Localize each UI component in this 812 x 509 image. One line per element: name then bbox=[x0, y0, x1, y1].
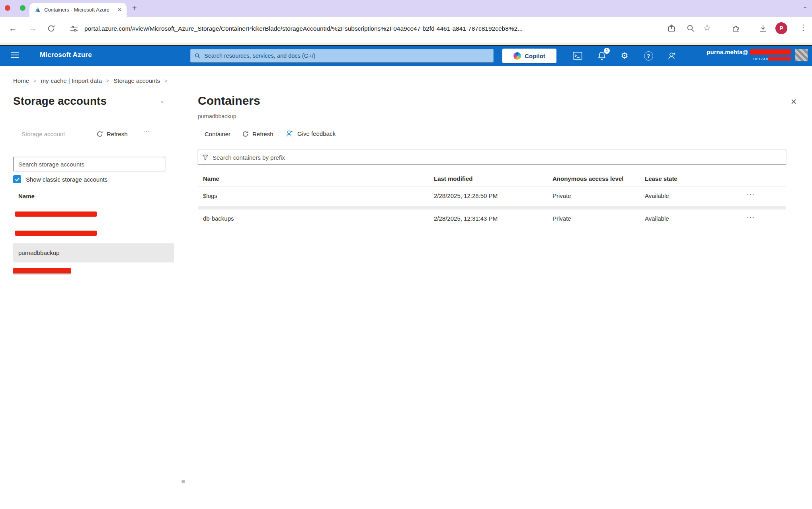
classic-accounts-label: Show classic storage accounts bbox=[26, 176, 107, 183]
storage-list-item-selected[interactable]: purnadbbackup bbox=[13, 243, 174, 262]
redacted-account-name bbox=[15, 231, 97, 236]
copilot-icon bbox=[513, 52, 521, 60]
azure-favicon-icon bbox=[34, 7, 41, 13]
tab-search-chevron-icon[interactable]: ⌄ bbox=[802, 3, 808, 10]
portal-menu-icon[interactable] bbox=[10, 51, 19, 59]
containers-blade-close-icon[interactable]: ✕ bbox=[791, 97, 797, 106]
container-lease-state: Available bbox=[645, 215, 669, 222]
storage-accounts-title: Storage accounts bbox=[13, 95, 107, 108]
bookmark-star-icon[interactable]: ☆ bbox=[703, 23, 711, 32]
back-button[interactable]: ← bbox=[9, 24, 17, 32]
storage-blade-mini-close-icon[interactable]: × bbox=[161, 100, 164, 105]
storage-list-item[interactable] bbox=[13, 205, 174, 224]
downloads-icon[interactable] bbox=[759, 24, 767, 33]
storage-refresh-button[interactable]: Refresh bbox=[96, 131, 128, 137]
breadcrumb-separator: > bbox=[164, 78, 168, 84]
feedback-person-icon bbox=[286, 130, 294, 137]
tab-title: Containers - Microsoft Azure bbox=[44, 7, 114, 13]
storage-name-column-header[interactable]: Name bbox=[18, 193, 35, 200]
traffic-light-close[interactable] bbox=[5, 5, 10, 11]
email-redaction-bar bbox=[750, 49, 791, 55]
breadcrumb-separator: > bbox=[106, 78, 109, 84]
help-icon[interactable]: ? bbox=[643, 51, 654, 61]
lens-search-icon[interactable] bbox=[686, 24, 695, 33]
refresh-icon bbox=[242, 131, 249, 137]
give-feedback-button[interactable]: Give feedback bbox=[286, 130, 336, 137]
container-name: $logs bbox=[203, 192, 217, 199]
row-menu-icon[interactable]: ··· bbox=[747, 214, 755, 221]
browser-tab[interactable]: Containers - Microsoft Azure ✕ bbox=[29, 3, 127, 17]
extensions-icon[interactable] bbox=[732, 24, 740, 33]
reload-button[interactable] bbox=[47, 24, 55, 33]
refresh-icon bbox=[96, 131, 103, 137]
classic-accounts-row[interactable]: Show classic storage accounts bbox=[13, 175, 107, 183]
selected-account-name: purnadbbackup bbox=[18, 249, 59, 256]
containers-search-input[interactable] bbox=[212, 154, 782, 161]
blade-resize-gripper[interactable] bbox=[182, 480, 185, 483]
feedback-icon[interactable] bbox=[667, 51, 677, 61]
traffic-light-zoom[interactable] bbox=[20, 5, 25, 11]
directory-redaction-bar bbox=[768, 57, 791, 61]
share-icon[interactable] bbox=[667, 24, 676, 33]
storage-list-item[interactable] bbox=[13, 262, 174, 282]
user-email: purna.mehta@ bbox=[707, 49, 748, 55]
storage-search-box[interactable] bbox=[13, 157, 165, 171]
column-header-last-modified[interactable]: Last modified bbox=[434, 175, 473, 182]
table-row[interactable]: db-backups 2/28/2025, 12:31:43 PM Privat… bbox=[198, 209, 786, 229]
account-menu[interactable]: purna.mehta@ bbox=[689, 49, 791, 55]
container-last-modified: 2/28/2025, 12:31:43 PM bbox=[434, 215, 498, 222]
global-search[interactable] bbox=[190, 49, 494, 63]
storage-list-item[interactable] bbox=[13, 224, 174, 243]
breadcrumb-separator: > bbox=[33, 78, 37, 84]
azure-portal-screen: Containers - Microsoft Azure ✕ + ⌄ ← → p… bbox=[0, 0, 812, 509]
container-last-modified: 2/28/2025, 12:28:50 PM bbox=[434, 192, 498, 199]
row-divider bbox=[198, 206, 786, 209]
tab-close-icon[interactable]: ✕ bbox=[117, 7, 122, 13]
column-header-name[interactable]: Name bbox=[203, 175, 219, 182]
new-tab-button[interactable]: + bbox=[132, 4, 137, 12]
row-menu-icon[interactable]: ··· bbox=[747, 192, 755, 198]
forward-button[interactable]: → bbox=[29, 24, 37, 32]
user-avatar[interactable] bbox=[795, 49, 808, 61]
containers-search-box[interactable] bbox=[198, 150, 786, 165]
container-access-level: Private bbox=[552, 192, 571, 199]
storage-toolbar-more-icon[interactable]: ··· bbox=[143, 128, 150, 135]
profile-avatar[interactable]: P bbox=[775, 22, 787, 34]
column-header-lease-state[interactable]: Lease state bbox=[645, 175, 677, 182]
site-settings-icon[interactable] bbox=[70, 25, 78, 32]
settings-gear-icon[interactable]: ⚙ bbox=[619, 51, 630, 61]
containers-title: Containers bbox=[198, 94, 260, 108]
breadcrumb-import-data[interactable]: my-cache | Import data bbox=[41, 77, 102, 84]
column-header-access-level[interactable]: Anonymous access level bbox=[552, 175, 623, 182]
table-row[interactable]: $logs 2/28/2025, 12:28:50 PM Private Ava… bbox=[198, 186, 786, 207]
cloud-shell-icon[interactable] bbox=[572, 51, 583, 61]
global-search-input[interactable] bbox=[203, 52, 489, 59]
new-storage-account-button[interactable]: Storage account bbox=[18, 131, 65, 137]
container-name: db-backups bbox=[203, 215, 234, 222]
account-directory: DEFAULT bbox=[689, 57, 791, 61]
redacted-account-name bbox=[15, 211, 97, 217]
add-container-button[interactable]: Container bbox=[201, 131, 230, 137]
breadcrumb-storage-accounts[interactable]: Storage accounts bbox=[113, 77, 160, 84]
azure-brand[interactable]: Microsoft Azure bbox=[40, 51, 92, 59]
breadcrumb: Home > my-cache | Import data > Storage … bbox=[13, 77, 168, 84]
notification-badge: 1 bbox=[604, 48, 610, 54]
breadcrumb-home[interactable]: Home bbox=[13, 77, 29, 84]
containers-subtitle: purnadbbackup bbox=[198, 113, 236, 119]
filter-funnel-icon bbox=[202, 155, 209, 161]
copilot-button[interactable]: Copilot bbox=[502, 49, 556, 63]
browser-menu-icon[interactable]: ⋮ bbox=[799, 23, 807, 31]
notifications-bell-icon[interactable]: 1 bbox=[597, 51, 607, 61]
container-lease-state: Available bbox=[645, 192, 669, 199]
container-access-level: Private bbox=[552, 215, 571, 222]
address-bar[interactable]: portal.azure.com/#view/Microsoft_Azure_S… bbox=[84, 25, 654, 32]
containers-refresh-button[interactable]: Refresh bbox=[242, 131, 273, 137]
search-icon bbox=[195, 53, 200, 59]
storage-search-input[interactable] bbox=[18, 161, 161, 168]
redacted-account-name bbox=[13, 268, 71, 273]
classic-accounts-checkbox[interactable] bbox=[13, 175, 21, 183]
